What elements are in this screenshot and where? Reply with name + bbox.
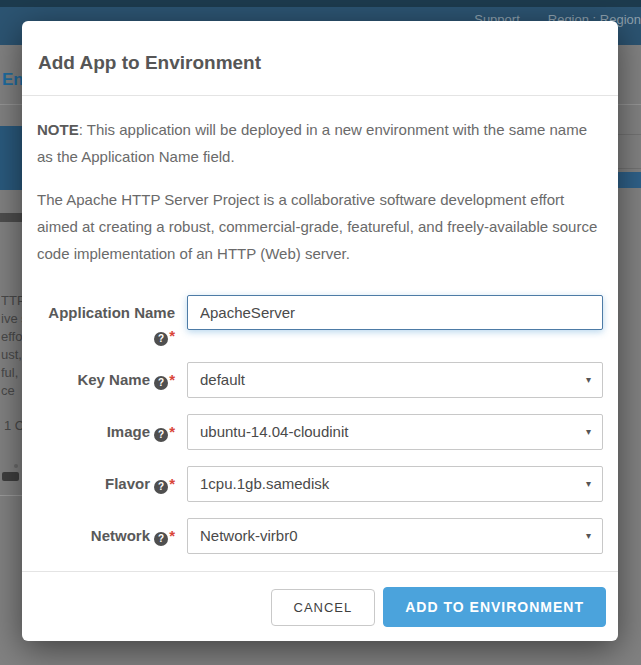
required-marker: * — [169, 423, 175, 440]
application-name-input[interactable] — [187, 295, 603, 330]
field-label-text: Network — [91, 527, 150, 544]
field-label-text: Key Name — [77, 371, 150, 388]
help-icon[interactable]: ? — [154, 376, 168, 390]
field-label-text: Image — [107, 423, 150, 440]
screen: Support Region : Region En TTP ive s eff… — [0, 0, 641, 665]
form-row-key-name: Key Name ?* default ▾ — [37, 362, 603, 398]
bg-text-line: ce — [1, 382, 23, 400]
field-label-text: Application Name — [48, 304, 175, 321]
background-blue-tab — [0, 126, 22, 190]
selected-value: default — [200, 371, 245, 388]
key-name-select[interactable]: default ▾ — [187, 362, 603, 398]
required-marker: * — [169, 475, 175, 492]
modal-body: NOTE: This application will be deployed … — [22, 96, 618, 571]
key-name-label: Key Name ?* — [37, 362, 187, 398]
image-select[interactable]: ubuntu-14.04-cloudinit ▾ — [187, 414, 603, 450]
selected-value: ubuntu-14.04-cloudinit — [200, 423, 348, 440]
bg-text-line: TTP — [1, 292, 23, 310]
selected-value: Network-virbr0 — [200, 527, 298, 544]
add-app-modal: Add App to Environment NOTE: This applic… — [22, 21, 618, 641]
help-icon[interactable]: ? — [154, 332, 168, 346]
background-box-edge — [616, 134, 641, 135]
background-disk-icon — [2, 472, 19, 481]
field-label-text: Flavor — [105, 475, 150, 492]
flavor-select[interactable]: 1cpu.1gb.samedisk ▾ — [187, 466, 603, 502]
required-marker: * — [169, 327, 175, 344]
chevron-down-icon: ▾ — [586, 467, 591, 501]
bg-text-line: effor — [1, 328, 23, 346]
note-text: : This application will be deployed in a… — [37, 121, 587, 165]
modal-header: Add App to Environment — [22, 21, 618, 96]
cancel-button[interactable]: CANCEL — [271, 589, 376, 626]
background-text-fragments: TTP ive s effor ust, ful, . ce — [1, 292, 23, 400]
help-icon[interactable]: ? — [154, 428, 168, 442]
environments-link: En — [2, 70, 24, 90]
bg-text-line: ful, . — [1, 364, 23, 382]
background-box-edge — [616, 168, 641, 169]
help-icon[interactable]: ? — [154, 532, 168, 546]
form-row-application-name: Application Name ?* — [37, 295, 603, 346]
background-blue-button — [616, 172, 641, 188]
form-row-network: Network ?* Network-virbr0 ▾ — [37, 518, 603, 554]
background-divider — [0, 495, 22, 496]
required-marker: * — [169, 371, 175, 388]
bg-text-line: ive s — [1, 310, 23, 328]
network-select[interactable]: Network-virbr0 ▾ — [187, 518, 603, 554]
top-strip — [0, 0, 641, 7]
app-description: The Apache HTTP Server Project is a coll… — [37, 186, 603, 267]
add-to-environment-button[interactable]: ADD TO ENVIRONMENT — [383, 587, 606, 627]
form-row-flavor: Flavor ?* 1cpu.1gb.samedisk ▾ — [37, 466, 603, 502]
form-row-image: Image ?* ubuntu-14.04-cloudinit ▾ — [37, 414, 603, 450]
image-label: Image ?* — [37, 414, 187, 450]
network-label: Network ?* — [37, 518, 187, 554]
selected-value: 1cpu.1gb.samedisk — [200, 475, 329, 492]
background-panel-header — [0, 213, 22, 222]
note-paragraph: NOTE: This application will be deployed … — [37, 116, 603, 170]
application-name-label: Application Name ?* — [37, 295, 187, 346]
background-dot-icon — [14, 464, 18, 468]
modal-title: Add App to Environment — [38, 52, 602, 74]
help-icon[interactable]: ? — [154, 480, 168, 494]
modal-footer: CANCEL ADD TO ENVIRONMENT — [22, 571, 618, 641]
flavor-label: Flavor ?* — [37, 466, 187, 502]
chevron-down-icon: ▾ — [586, 363, 591, 397]
chevron-down-icon: ▾ — [586, 519, 591, 553]
bg-text-line: ust, — [1, 346, 23, 364]
add-app-form: Application Name ?* Key Name ?* — [37, 295, 603, 554]
note-label: NOTE — [37, 121, 79, 138]
chevron-down-icon: ▾ — [586, 415, 591, 449]
required-marker: * — [169, 527, 175, 544]
